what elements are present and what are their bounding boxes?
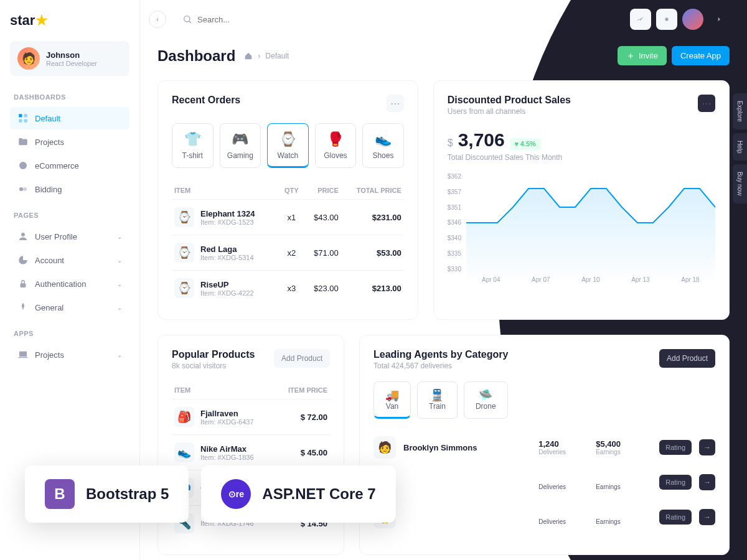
item-qty: x1 (280, 200, 304, 235)
sidebar-item-account[interactable]: Account ⌄ (10, 249, 129, 271)
kpi-value: 3,706 (458, 129, 505, 151)
product-thumb: 👟 (174, 442, 194, 462)
agent-tab-van[interactable]: 🚚Van (374, 381, 411, 419)
sidebar-item-general[interactable]: General ⌄ (10, 296, 129, 319)
arrow-button[interactable]: → (699, 439, 715, 455)
agent-deliveries: 357 (538, 509, 588, 518)
agent-row[interactable]: 🧑 Zuid Area 357Deliveries $2,737Earnings… (374, 500, 715, 534)
table-row[interactable]: ⌚RiseUPItem: #XDG-4222 x3 $23.00 $213.00 (172, 271, 404, 306)
create-app-button[interactable]: Create App (672, 46, 730, 65)
right-tab-help[interactable]: Help (733, 133, 747, 161)
pie-icon (17, 254, 29, 266)
right-tab-buy[interactable]: Buy now (733, 164, 747, 203)
tech-badge-bootstrap: B Bootstrap 5 (25, 465, 189, 523)
sidebar-item-apps-projects[interactable]: Projects ⌄ (10, 343, 129, 366)
svg-point-4 (19, 162, 27, 169)
search-icon (182, 14, 192, 24)
popular-subtitle: 8k social visitors (172, 362, 255, 370)
sidebar-item-label: Account (35, 256, 64, 265)
user-name: Johnson (46, 50, 97, 60)
col-item: ITEM (172, 182, 280, 200)
card-menu-button[interactable]: ⋯ (698, 95, 715, 112)
table-row[interactable]: 👟Nike AirMaxItem: #XDG-1836 $ 45.00 (172, 435, 330, 470)
svg-rect-9 (19, 352, 27, 357)
train-icon: 🚆 (429, 388, 446, 402)
back-button[interactable]: ‹ (149, 11, 166, 28)
rating-button[interactable]: Rating (659, 440, 692, 455)
topbar-exit-icon[interactable] (708, 9, 730, 30)
product-thumb: ⌚ (174, 278, 194, 298)
agents-title: Leading Agents by Category (374, 349, 508, 360)
topbar-theme-icon[interactable] (656, 9, 677, 30)
sidebar-item-default[interactable]: Default (10, 107, 129, 129)
table-row[interactable]: 🎒FjallravenItem: #XDG-6437 $ 72.00 (172, 399, 330, 435)
product-thumb: ⌚ (174, 207, 194, 227)
tab-shoes[interactable]: 👟Shoes (362, 123, 404, 168)
van-icon: 🚚 (385, 388, 399, 402)
item-name: RiseUP (200, 280, 254, 289)
agent-row[interactable]: 🧑 Brooklyn Simmons 1,240Deliveries $5,40… (374, 430, 715, 465)
agent-row[interactable]: 🧑 6,074Deliveries $174,074Earnings Ratin… (374, 465, 715, 500)
col-price: ITEM PRICE (276, 381, 330, 399)
item-qty: x3 (280, 271, 304, 306)
chevron-down-icon: ⌄ (117, 257, 122, 264)
tab-gloves[interactable]: 🥊Gloves (315, 123, 357, 168)
kpi-caption: Total Discounted Sales This Month (448, 153, 715, 162)
item-price: $71.00 (304, 235, 341, 271)
sidebar-item-label: Bidding (35, 185, 62, 194)
col-qty: QTY (280, 182, 304, 200)
svg-point-12 (665, 17, 668, 21)
gavel-icon (17, 184, 29, 195)
sidebar-item-authentication[interactable]: Authentication ⌄ (10, 273, 129, 295)
logo[interactable]: star★ (10, 12, 129, 29)
tab-watch[interactable]: ⌚Watch (267, 123, 309, 168)
arrow-button[interactable]: → (699, 509, 715, 525)
lock-icon (17, 278, 29, 289)
dotnet-icon: ⊙re (221, 479, 251, 509)
arrow-button[interactable]: → (699, 474, 715, 490)
svg-rect-0 (19, 114, 22, 117)
sidebar-item-user-profile[interactable]: User Profile ⌄ (10, 225, 129, 248)
item-sku: Item: #XDG-1523 (200, 218, 255, 226)
topbar-chart-icon[interactable] (630, 9, 651, 30)
product-thumb: ⌚ (174, 243, 194, 263)
tshirt-icon: 👕 (176, 131, 209, 147)
folder-icon (17, 136, 29, 147)
tab-tshirt[interactable]: 👕T-shirt (172, 123, 214, 168)
table-row[interactable]: ⌚Elephant 1324Item: #XDG-1523 x1 $43.00 … (172, 200, 404, 235)
item-sku: Item: #XDG-6437 (200, 418, 254, 426)
tab-gaming[interactable]: 🎮Gaming (220, 123, 261, 168)
chevron-down-icon: ⌄ (117, 281, 122, 287)
sidebar-item-bidding[interactable]: Bidding (10, 178, 129, 200)
search-input[interactable] (197, 15, 384, 24)
kpi-delta-badge: ▾ 4.5% (510, 138, 541, 150)
sidebar-item-ecommerce[interactable]: eCommerce (10, 154, 129, 177)
sidebar-item-label: User Profile (35, 232, 77, 241)
svg-point-7 (21, 233, 25, 236)
invite-button[interactable]: Invite (618, 46, 667, 65)
card-menu-button[interactable]: ⋯ (387, 95, 404, 112)
right-tab-explore[interactable]: Explore (733, 93, 747, 129)
item-price: $ 72.00 (276, 399, 330, 435)
item-price: $23.00 (304, 271, 341, 306)
agent-tab-drone[interactable]: 🛸Drone (464, 381, 508, 419)
agent-name: Brooklyn Simmons (403, 443, 531, 452)
shoes-icon: 👟 (367, 131, 400, 147)
svg-rect-3 (24, 119, 27, 123)
add-product-button[interactable]: Add Product (274, 349, 330, 368)
agent-tab-train[interactable]: 🚆Train (417, 381, 458, 419)
item-name: Red Laga (200, 245, 254, 254)
section-dashboards: DASHBOARDS (14, 93, 129, 101)
item-qty: x2 (280, 235, 304, 271)
rating-button[interactable]: Rating (659, 510, 692, 525)
col-price: PRICE (304, 182, 341, 200)
user-card[interactable]: 🧑 Johnson React Developer (10, 41, 129, 76)
home-icon (244, 52, 253, 60)
table-row[interactable]: ⌚Red LagaItem: #XDG-5314 x2 $71.00 $53.0… (172, 235, 404, 271)
topbar-avatar[interactable] (682, 9, 703, 30)
rating-button[interactable]: Rating (659, 475, 692, 490)
add-product-button[interactable]: Add Product (659, 349, 715, 368)
sidebar-item-label: eCommerce (35, 161, 79, 170)
sidebar-item-projects[interactable]: Projects (10, 131, 129, 153)
user-role: React Developer (46, 60, 97, 67)
